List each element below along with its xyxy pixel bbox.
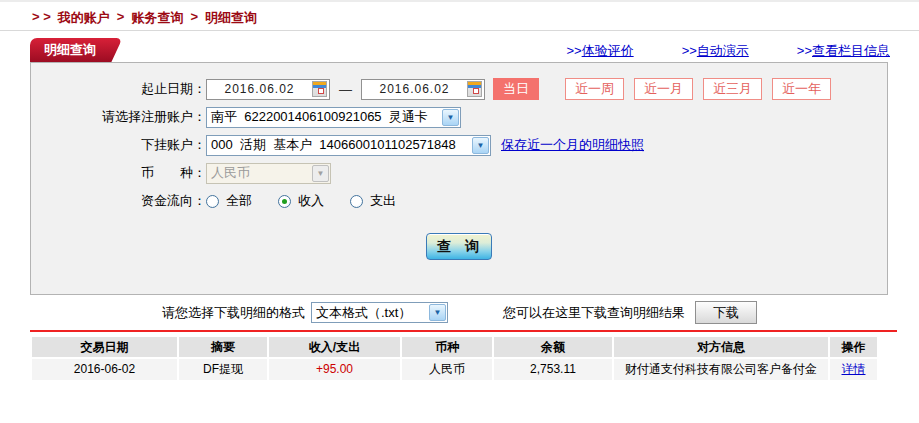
flow-option-all-label: 全部: [226, 192, 252, 210]
breadcrumb-separator: >: [190, 9, 198, 27]
date-range-row: 起止日期： 2016.06.02 — 2016.06.02 当日 近一周 近一月…: [31, 78, 887, 100]
flow-option-income[interactable]: 收入: [278, 192, 324, 210]
column-info-label: 查看栏目信息: [812, 43, 890, 58]
sub-account-row: 下挂账户： 000 活期 基本户 1406600101102571848 ▼ 保…: [31, 134, 887, 156]
col-header-income-expense: 收入/支出: [269, 337, 400, 357]
quick-range-3months-button[interactable]: 近三月: [703, 78, 762, 100]
results-table: 交易日期 摘要 收入/支出 币种 余额 对方信息 操作 2016-06-02 D…: [32, 337, 877, 380]
cell-currency: 人民币: [402, 359, 492, 380]
table-header-row: 交易日期 摘要 收入/支出 币种 余额 对方信息 操作: [32, 337, 877, 357]
date-range-dash: —: [339, 82, 352, 97]
start-date-value: 2016.06.02: [207, 82, 312, 96]
quick-range-week-button[interactable]: 近一周: [565, 78, 624, 100]
breadcrumb-item-detail-query[interactable]: 明细查询: [205, 9, 257, 27]
fund-flow-label: 资金流向：: [31, 192, 206, 210]
col-header-action: 操作: [830, 337, 877, 357]
query-button-row: 查 询: [31, 233, 887, 260]
download-format-value: 文本格式（.txt）: [312, 304, 428, 322]
cell-summary: DF提现: [179, 359, 267, 380]
radio-unchecked-icon[interactable]: [206, 195, 219, 208]
start-date-input[interactable]: 2016.06.02: [206, 79, 330, 100]
flow-option-income-label: 收入: [298, 192, 324, 210]
col-header-currency: 币种: [402, 337, 492, 357]
download-button[interactable]: 下载: [695, 301, 757, 324]
experience-review-link[interactable]: >>体验评价: [566, 42, 633, 60]
currency-row: 币 种： 人民币 ▼: [31, 162, 887, 184]
currency-label: 币 种：: [31, 164, 206, 182]
cell-transaction-date: 2016-06-02: [32, 359, 177, 380]
flow-option-expense[interactable]: 支出: [350, 192, 396, 210]
page: > > 我的账户 > 账务查询 > 明细查询 明细查询 >>体验评价 >>自动演…: [0, 0, 919, 423]
detail-link[interactable]: 详情: [842, 362, 866, 376]
query-form-panel: 起止日期： 2016.06.02 — 2016.06.02 当日 近一周 近一月…: [30, 62, 888, 295]
link-prefix: >>: [682, 43, 697, 58]
col-header-transaction-date: 交易日期: [32, 337, 177, 357]
cell-balance: 2,753.11: [494, 359, 612, 380]
radio-checked-icon[interactable]: [278, 195, 291, 208]
currency-select-disabled: 人民币 ▼: [206, 163, 331, 184]
page-title-tab: 明细查询: [30, 38, 104, 62]
register-account-row: 请选择注册账户： 南平 6222001406100921065 灵通卡 ▼: [31, 106, 887, 128]
download-row: 请您选择下载明细的格式 文本格式（.txt） ▼ 您可以在这里下载查询明细结果 …: [0, 301, 919, 324]
table-top-divider: [30, 330, 897, 332]
download-hint-text: 您可以在这里下载查询明细结果: [503, 304, 685, 322]
chevron-down-icon[interactable]: ▼: [442, 109, 459, 126]
flow-option-expense-label: 支出: [370, 192, 396, 210]
cell-action: 详情: [830, 359, 877, 380]
chevron-down-icon[interactable]: ▼: [472, 137, 489, 154]
save-monthly-snapshot-link[interactable]: 保存近一个月的明细快照: [501, 136, 644, 154]
table-row: 2016-06-02 DF提现 +95.00 人民币 2,753.11 财付通支…: [32, 359, 877, 380]
link-prefix: >>: [797, 43, 812, 58]
register-account-label: 请选择注册账户：: [31, 108, 206, 126]
download-format-label: 请您选择下载明细的格式: [162, 304, 305, 322]
radio-unchecked-icon[interactable]: [350, 195, 363, 208]
breadcrumb-item-account-query[interactable]: 账务查询: [131, 9, 183, 27]
top-links: >>体验评价 >>自动演示 >>查看栏目信息: [566, 42, 890, 60]
col-header-counterparty: 对方信息: [614, 337, 828, 357]
column-info-link[interactable]: >>查看栏目信息: [797, 42, 890, 60]
col-header-summary: 摘要: [179, 337, 267, 357]
flow-option-all[interactable]: 全部: [206, 192, 252, 210]
sub-account-select[interactable]: 000 活期 基本户 1406600101102571848 ▼: [206, 135, 491, 156]
fund-flow-row: 资金流向： 全部 收入 支出: [31, 190, 887, 212]
breadcrumb-prefix: > >: [32, 9, 51, 27]
breadcrumb-separator: >: [117, 9, 125, 27]
auto-demo-label: 自动演示: [697, 43, 749, 58]
top-strip: [0, 0, 919, 2]
auto-demo-link[interactable]: >>自动演示: [682, 42, 749, 60]
quick-range-month-button[interactable]: 近一月: [634, 78, 693, 100]
sub-account-label: 下挂账户：: [31, 136, 206, 154]
chevron-down-icon: ▼: [312, 165, 329, 182]
download-format-select[interactable]: 文本格式（.txt） ▼: [311, 302, 448, 323]
register-account-select[interactable]: 南平 6222001406100921065 灵通卡 ▼: [206, 107, 461, 128]
cell-amount: +95.00: [269, 359, 400, 380]
currency-value: 人民币: [207, 164, 311, 182]
quick-range-today-button[interactable]: 当日: [493, 78, 539, 100]
chevron-down-icon[interactable]: ▼: [429, 304, 446, 321]
breadcrumb: > > 我的账户 > 账务查询 > 明细查询: [32, 9, 257, 27]
calendar-icon[interactable]: [467, 81, 482, 97]
query-button[interactable]: 查 询: [426, 233, 492, 260]
sub-account-value: 000 活期 基本户 1406600101102571848: [207, 136, 471, 154]
breadcrumb-divider: [0, 30, 919, 31]
breadcrumb-item-my-account[interactable]: 我的账户: [58, 9, 110, 27]
cell-counterparty: 财付通支付科技有限公司客户备付金: [614, 359, 828, 380]
link-prefix: >>: [566, 43, 581, 58]
end-date-value: 2016.06.02: [362, 82, 467, 96]
register-account-value: 南平 6222001406100921065 灵通卡: [207, 108, 441, 126]
quick-range-year-button[interactable]: 近一年: [772, 78, 831, 100]
experience-review-label: 体验评价: [582, 43, 634, 58]
date-range-label: 起止日期：: [31, 80, 206, 98]
end-date-input[interactable]: 2016.06.02: [361, 79, 485, 100]
calendar-icon[interactable]: [312, 81, 327, 97]
col-header-balance: 余额: [494, 337, 612, 357]
